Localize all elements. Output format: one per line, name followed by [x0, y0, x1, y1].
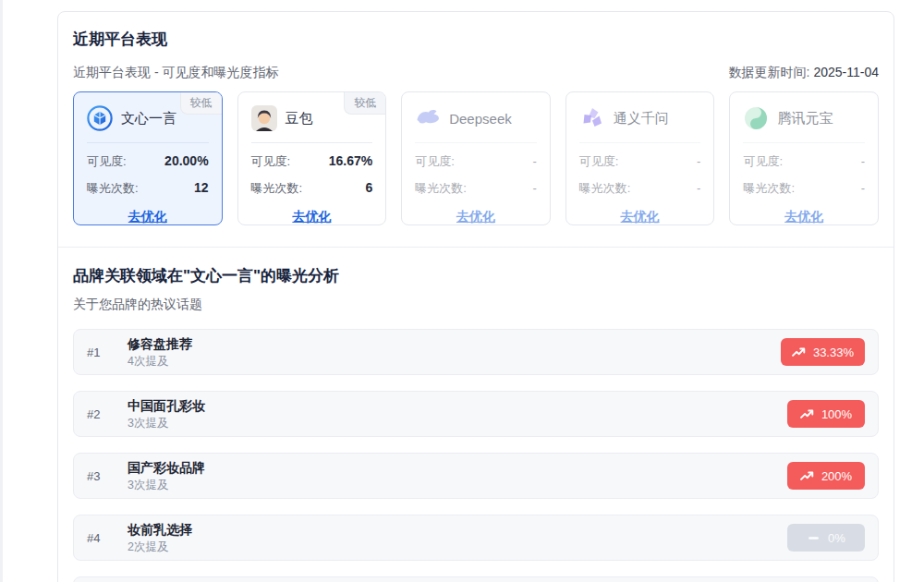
- optimize-link[interactable]: 去优化: [743, 209, 865, 225]
- platform-name: 文心一言: [121, 110, 176, 127]
- topic-mentions: 2次提及: [128, 540, 192, 554]
- topic-mentions: 3次提及: [128, 416, 205, 430]
- trend-up-icon: [800, 470, 814, 482]
- platform-name: Deepseek: [449, 111, 512, 127]
- trend-value: 0%: [828, 531, 845, 545]
- exposure-value: 12: [194, 180, 209, 195]
- optimize-link[interactable]: 去优化: [251, 209, 373, 225]
- exposure-label: 曝光次数:: [251, 180, 303, 197]
- trend-value: 33.33%: [813, 346, 854, 359]
- optimize-link[interactable]: 去优化: [579, 209, 701, 225]
- exposure-value: 6: [365, 180, 372, 195]
- tengxunyuanbao-icon: [743, 105, 769, 131]
- platform-card-doubao[interactable]: 较低 豆包 可见度: 16.67% 曝光次数: 6: [237, 91, 387, 225]
- trend-badge: 100%: [787, 400, 865, 428]
- visibility-label: 可见度:: [415, 153, 455, 170]
- topic-title: 国产彩妆品牌: [128, 459, 205, 476]
- trend-flat-icon: [807, 532, 821, 544]
- exposure-label: 曝光次数:: [87, 180, 139, 197]
- topic-mentions: 4次提及: [128, 354, 192, 369]
- rank-label: #4: [87, 531, 113, 545]
- exposure-value: -: [697, 181, 700, 195]
- exposure-value: -: [532, 181, 536, 195]
- exposure-label: 曝光次数:: [579, 180, 631, 197]
- rank-label: #2: [87, 407, 113, 421]
- exposure-label: 曝光次数:: [743, 180, 795, 197]
- visibility-label: 可见度:: [743, 153, 783, 170]
- trend-value: 200%: [821, 469, 852, 483]
- list-item: #4 妆前乳选择 2次提及 0%: [73, 515, 879, 561]
- list-item-partial: [73, 576, 879, 582]
- platform-card-tengxunyuanbao[interactable]: 腾讯元宝 可见度: - 曝光次数: - 去优化: [729, 91, 879, 225]
- rank-label: #3: [87, 469, 113, 483]
- trend-up-icon: [792, 346, 806, 358]
- platform-name: 腾讯元宝: [777, 110, 833, 127]
- platform-name: 豆包: [286, 110, 313, 127]
- visibility-label: 可见度:: [579, 153, 619, 170]
- trend-up-icon: [800, 408, 814, 420]
- page-left-edge: [0, 0, 3, 582]
- platform-card-tongyiqianwen[interactable]: 通义千问 可见度: - 曝光次数: - 去优化: [565, 91, 715, 225]
- list-item: #2 中国面孔彩妆 3次提及 100%: [73, 391, 879, 437]
- section-topics-subtitle: 关于您品牌的热议话题: [73, 295, 879, 313]
- updated-label: 数据更新时间:: [729, 65, 810, 79]
- platform-cards: 较低 文心一言 可见度: 20.00%: [73, 91, 879, 225]
- exposure-value: -: [861, 181, 865, 195]
- tongyiqianwen-icon: [579, 105, 605, 131]
- topic-title: 妆前乳选择: [128, 521, 192, 538]
- platform-name: 通义千问: [614, 110, 669, 127]
- topic-list: #1 修容盘推荐 4次提及 33.33% #2 中国面孔彩妆 3次提及: [73, 329, 879, 582]
- visibility-value: 20.00%: [164, 153, 208, 168]
- section-divider: [58, 247, 894, 248]
- visibility-label: 可见度:: [251, 153, 291, 170]
- trend-value: 100%: [821, 407, 852, 421]
- rank-label: #1: [87, 346, 113, 359]
- optimize-link[interactable]: 去优化: [87, 209, 209, 225]
- topic-title: 中国面孔彩妆: [128, 397, 205, 414]
- list-item: #3 国产彩妆品牌 3次提及 200%: [73, 453, 879, 499]
- platform-card-deepseek[interactable]: Deepseek 可见度: - 曝光次数: - 去优化: [401, 91, 551, 225]
- trend-badge: 0%: [787, 524, 865, 552]
- visibility-value: -: [532, 154, 536, 168]
- section-performance-title: 近期平台表现: [73, 29, 879, 51]
- trend-badge: 33.33%: [781, 338, 865, 366]
- level-badge: 较低: [180, 92, 222, 115]
- doubao-icon: [251, 105, 277, 131]
- trend-badge: 200%: [787, 462, 865, 490]
- level-badge: 较低: [344, 92, 385, 115]
- visibility-value: -: [861, 154, 865, 168]
- topic-mentions: 3次提及: [128, 478, 205, 492]
- exposure-label: 曝光次数:: [415, 180, 467, 197]
- platform-card-wenxinyiyan[interactable]: 较低 文心一言 可见度: 20.00%: [73, 91, 223, 225]
- wenxinyiyan-icon: [87, 105, 113, 131]
- data-updated-time: 数据更新时间:2025-11-04: [729, 63, 879, 81]
- list-item: #1 修容盘推荐 4次提及 33.33%: [73, 329, 879, 375]
- deepseek-icon: [415, 105, 441, 131]
- updated-value: 2025-11-04: [813, 65, 879, 79]
- visibility-value: 16.67%: [329, 153, 372, 168]
- visibility-label: 可见度:: [87, 153, 127, 170]
- topic-title: 修容盘推荐: [128, 335, 192, 352]
- section-performance-subtitle: 近期平台表现 - 可见度和曝光度指标: [73, 63, 278, 81]
- visibility-value: -: [697, 154, 700, 168]
- dashboard-panel: 近期平台表现 近期平台表现 - 可见度和曝光度指标 数据更新时间:2025-11…: [57, 11, 894, 582]
- section-topics-title: 品牌关联领域在"文心一言"的曝光分析: [73, 265, 879, 287]
- optimize-link[interactable]: 去优化: [415, 209, 537, 225]
